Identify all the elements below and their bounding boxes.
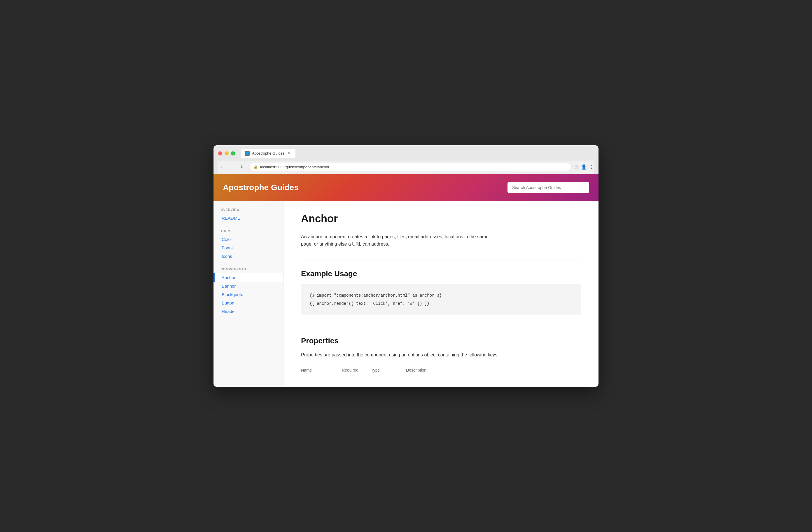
- table-header-description: Description: [406, 368, 581, 372]
- sidebar-item-readme[interactable]: README: [214, 214, 283, 222]
- sidebar-theme-label: THEME: [214, 229, 283, 233]
- code-block: {% import "components:anchor/anchor.html…: [301, 284, 581, 315]
- url-text: localhost:3000/guide/components/anchor: [260, 165, 329, 169]
- sidebar-item-blockquote[interactable]: Blockquote: [214, 290, 283, 299]
- address-bar[interactable]: 🔒 localhost:3000/guide/components/anchor: [249, 163, 572, 171]
- browser-tab[interactable]: 🌐 Apostrophe Guides ✕: [241, 149, 295, 158]
- nav-buttons: ← → ↻: [218, 163, 246, 171]
- close-dot[interactable]: [218, 152, 222, 156]
- new-tab-button[interactable]: +: [299, 149, 307, 158]
- browser-titlebar: 🌐 Apostrophe Guides ✕ +: [218, 149, 594, 158]
- sidebar-components-section: COMPONENTS Anchor Banner Blockquote Butt…: [214, 268, 283, 316]
- tab-title: Apostrophe Guides: [252, 151, 285, 156]
- code-line-2: {{ anchor.render({ text: 'Click', href: …: [309, 300, 572, 308]
- sidebar-item-header[interactable]: Header: [214, 307, 283, 316]
- sidebar-item-banner[interactable]: Banner: [214, 282, 283, 290]
- profile-icon[interactable]: 👤: [581, 164, 587, 170]
- app-container: Apostrophe Guides OVERVIEW README THEME …: [214, 174, 598, 387]
- sidebar-item-anchor[interactable]: Anchor: [214, 273, 283, 282]
- browser-actions: ☆ 👤 ⋮: [575, 164, 594, 170]
- sidebar-components-label: COMPONENTS: [214, 268, 283, 271]
- sidebar-overview-label: OVERVIEW: [214, 208, 283, 212]
- divider-1: [301, 260, 581, 260]
- tab-close-button[interactable]: ✕: [287, 151, 291, 156]
- sidebar-item-button[interactable]: Button: [214, 299, 283, 307]
- forward-button[interactable]: →: [228, 163, 236, 171]
- app-body: OVERVIEW README THEME Color Fonts Icons …: [214, 201, 598, 387]
- tab-favicon: 🌐: [245, 151, 250, 156]
- browser-chrome: 🌐 Apostrophe Guides ✕ + ← → ↻ 🔒 localhos…: [214, 145, 598, 174]
- properties-description: Properties are passed into the component…: [301, 351, 499, 359]
- app-title: Apostrophe Guides: [223, 183, 299, 192]
- back-button[interactable]: ←: [218, 163, 226, 171]
- sidebar-item-color[interactable]: Color: [214, 235, 283, 244]
- sidebar-item-icons[interactable]: Icons: [214, 252, 283, 260]
- table-header-type: Type: [371, 368, 406, 372]
- properties-table-header: Name Required Type Description: [301, 365, 581, 375]
- example-usage-title: Example Usage: [301, 269, 581, 278]
- sidebar: OVERVIEW README THEME Color Fonts Icons …: [214, 201, 284, 387]
- menu-icon[interactable]: ⋮: [589, 164, 594, 170]
- minimize-dot[interactable]: [224, 152, 229, 156]
- browser-addressbar: ← → ↻ 🔒 localhost:3000/guide/components/…: [218, 161, 594, 174]
- browser-window: 🌐 Apostrophe Guides ✕ + ← → ↻ 🔒 localhos…: [214, 145, 598, 387]
- refresh-button[interactable]: ↻: [238, 163, 246, 171]
- content-description: An anchor component creates a link to pa…: [301, 233, 499, 248]
- sidebar-item-fonts[interactable]: Fonts: [214, 244, 283, 252]
- bookmark-icon[interactable]: ☆: [575, 164, 579, 170]
- sidebar-theme-section: THEME Color Fonts Icons: [214, 229, 283, 260]
- fullscreen-dot[interactable]: [231, 152, 235, 156]
- page-title: Anchor: [301, 213, 581, 225]
- table-header-required: Required: [342, 368, 371, 372]
- table-header-name: Name: [301, 368, 342, 372]
- sidebar-overview-section: OVERVIEW README: [214, 208, 283, 222]
- lock-icon: 🔒: [253, 165, 258, 169]
- browser-dots: [218, 152, 235, 156]
- main-content: Anchor An anchor component creates a lin…: [284, 201, 598, 387]
- properties-title: Properties: [301, 336, 581, 345]
- app-header: Apostrophe Guides: [214, 174, 598, 201]
- divider-2: [301, 327, 581, 327]
- search-input[interactable]: [508, 182, 589, 193]
- code-line-1: {% import "components:anchor/anchor.html…: [309, 291, 572, 300]
